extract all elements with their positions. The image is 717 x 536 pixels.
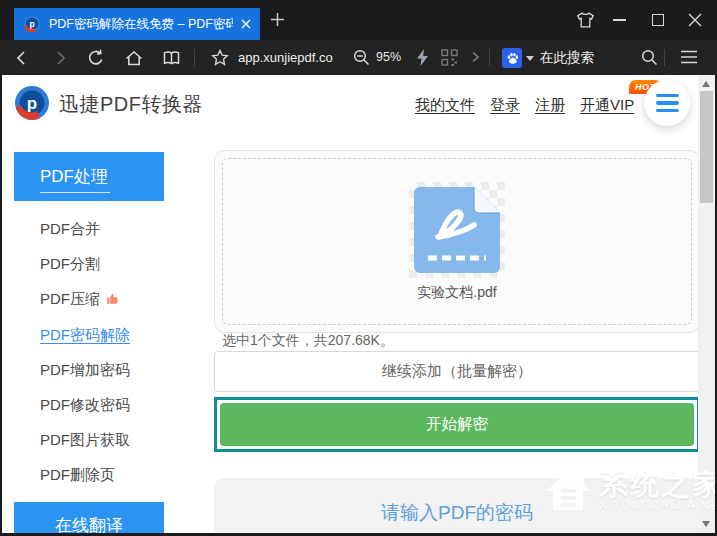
- tab-close-icon[interactable]: [241, 19, 251, 29]
- file-name: 实验文档.pdf: [417, 284, 496, 302]
- sidebar: PDF处理 PDF合并 PDF分割 PDF压缩 PDF密码解除 PDF增加密码 …: [14, 152, 164, 533]
- sidebar-item-pdf-split[interactable]: PDF分割: [14, 246, 164, 281]
- flash-lightning-icon[interactable]: [414, 48, 431, 67]
- menu-bar: [656, 101, 679, 105]
- sidebar-item-pdf-merge[interactable]: PDF合并: [14, 211, 164, 246]
- search-icon[interactable]: [640, 48, 659, 67]
- maximize-button[interactable]: [652, 14, 664, 26]
- sidebar-item-pdf-change-password[interactable]: PDF修改密码: [14, 387, 164, 422]
- reading-mode-book-icon[interactable]: [161, 48, 182, 68]
- browser-toolbar: app.xunjiepdf.co 95% 在此搜索: [0, 40, 717, 75]
- baidu-search-engine-icon[interactable]: [502, 48, 522, 68]
- menu-icon[interactable]: [680, 50, 698, 64]
- site-title: 迅捷PDF转换器: [59, 91, 203, 118]
- search-in-page-field[interactable]: 在此搜索: [540, 40, 594, 75]
- my-files-link[interactable]: 我的文件: [415, 96, 475, 115]
- menu-bar: [656, 109, 679, 113]
- page-scrollbar[interactable]: [698, 75, 715, 533]
- zoom-level[interactable]: 95%: [376, 40, 401, 75]
- title-bar: p PDF密码解除在线免费 – PDF密码移除: [0, 0, 717, 40]
- favorite-star-icon[interactable]: [210, 48, 230, 68]
- svg-text:p: p: [27, 94, 37, 113]
- back-icon[interactable]: [12, 48, 32, 68]
- theme-shirt-icon[interactable]: [576, 11, 595, 29]
- zoom-out-icon[interactable]: [352, 48, 371, 67]
- web-page: p 迅捷PDF转换器 我的文件 登录 注册 开通VIP HOT PDF处理 PD…: [2, 75, 715, 533]
- site-favicon-icon: p: [23, 15, 41, 33]
- home-icon[interactable]: [124, 48, 144, 68]
- tab-title: PDF密码解除在线免费 – PDF密码移除: [49, 16, 233, 33]
- dropzone-inner: 实验文档.pdf: [222, 158, 692, 325]
- sidebar-menu: PDF合并 PDF分割 PDF压缩 PDF密码解除 PDF增加密码 PDF修改密…: [14, 211, 164, 493]
- file-icon-wrap[interactable]: [409, 182, 505, 278]
- password-prompt-box[interactable]: 请输入PDF的密码: [214, 478, 700, 533]
- scrollbar-thumb[interactable]: [700, 91, 713, 203]
- highlight-outline: 开始解密: [214, 397, 700, 452]
- browser-tab[interactable]: p PDF密码解除在线免费 – PDF密码移除: [14, 8, 260, 40]
- thumbs-up-icon: [105, 283, 120, 318]
- scroll-up-arrow-icon[interactable]: [702, 81, 710, 87]
- scroll-down-arrow-icon[interactable]: [702, 521, 710, 527]
- address-bar-url[interactable]: app.xunjiepdf.co: [238, 40, 333, 75]
- open-vip-link[interactable]: 开通VIP: [580, 96, 634, 115]
- new-tab-button[interactable]: [270, 12, 285, 27]
- refresh-icon[interactable]: [86, 48, 106, 68]
- sidebar-item-pdf-password-remove[interactable]: PDF密码解除: [14, 317, 164, 352]
- site-logo-icon[interactable]: p: [14, 85, 50, 121]
- menu-bar: [656, 94, 679, 98]
- start-decrypt-button[interactable]: 开始解密: [220, 403, 694, 446]
- toolbar-divider: [489, 49, 490, 66]
- add-more-button[interactable]: 继续添加（批量解密）: [214, 351, 700, 392]
- sidebar-item-pdf-add-password[interactable]: PDF增加密码: [14, 352, 164, 387]
- password-prompt-text: 请输入PDF的密码: [381, 500, 533, 526]
- close-button[interactable]: [688, 13, 702, 27]
- login-link[interactable]: 登录: [490, 96, 520, 115]
- toolbar-divider: [194, 49, 195, 66]
- sidebar-section-pdf[interactable]: PDF处理: [14, 152, 164, 201]
- qr-code-icon[interactable]: [440, 48, 459, 67]
- caret-down-icon[interactable]: [526, 56, 534, 61]
- expand-chevron-icon[interactable]: [466, 48, 484, 66]
- menu-circle-button[interactable]: [644, 80, 690, 126]
- sidebar-item-pdf-compress[interactable]: PDF压缩: [14, 281, 164, 316]
- upload-dropzone[interactable]: 实验文档.pdf: [214, 150, 700, 333]
- toolbar-divider: [664, 49, 665, 66]
- register-link[interactable]: 注册: [535, 96, 565, 115]
- selection-summary: 选中1个文件，共207.68K。: [222, 332, 394, 350]
- sidebar-item-pdf-extract-images[interactable]: PDF图片获取: [14, 422, 164, 457]
- forward-icon[interactable]: [50, 48, 70, 68]
- minimize-button[interactable]: [613, 19, 626, 21]
- header-nav: 我的文件 登录 注册 开通VIP: [415, 96, 634, 115]
- svg-text:p: p: [29, 19, 34, 29]
- sidebar-item-pdf-delete-pages[interactable]: PDF删除页: [14, 457, 164, 492]
- pdf-file-icon: [412, 185, 502, 275]
- sidebar-section-translate[interactable]: 在线翻译: [14, 502, 164, 534]
